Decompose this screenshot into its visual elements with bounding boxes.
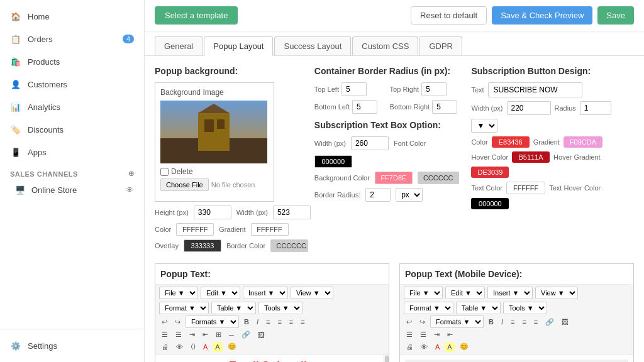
eye-icon[interactable]: 👁 [126,185,134,195]
highlight-btn[interactable]: A [213,342,222,352]
edit-menu[interactable]: Edit ▼ [201,287,240,299]
undo-button[interactable]: ↩ [159,317,170,327]
sbd-radius-input[interactable] [580,101,611,115]
redo-button[interactable]: ↪ [172,317,183,327]
height-input[interactable] [194,206,231,219]
select-template-button[interactable]: Select a template [155,6,238,25]
m-emoji-btn[interactable]: 😊 [457,341,471,352]
print-button[interactable]: 🖨 [159,342,171,352]
emoji-btn[interactable]: 😊 [225,341,239,352]
m-image-button[interactable]: 🖼 [559,317,571,327]
top-reset-button[interactable]: Reset to default [411,6,487,25]
color-swatch[interactable]: FFFFFF [176,223,214,236]
gradient-swatch[interactable]: FFFFFF [251,223,289,236]
tab-gdpr[interactable]: GDPR [419,36,462,55]
sbd-text-color-swatch[interactable]: FFFFFF [506,182,545,194]
sbd-color-swatch[interactable]: E83436 [492,136,530,148]
border-color-swatch[interactable]: CCCCCC [270,239,308,252]
tab-custom-css[interactable]: Custom CSS [352,36,418,55]
sbd-hover-gradient-swatch[interactable]: DE3039 [471,167,509,178]
sbd-text-input[interactable] [488,82,582,97]
format-menu[interactable]: Format ▼ [159,302,209,314]
sbd-gradient-swatch[interactable]: F09CDA [564,136,602,148]
sidebar-item-discounts[interactable]: 🏷️ Discounts [0,118,144,141]
sidebar-item-settings[interactable]: ⚙️ Settings [0,334,144,357]
table-insert-button[interactable]: ⊞ [213,329,224,340]
sidebar-item-apps[interactable]: 📱 Apps [0,141,144,163]
bottom-right-input[interactable] [432,100,457,114]
top-right-input[interactable] [421,82,447,96]
pr-color-swatch[interactable]: CCCCCC [418,172,459,184]
image-button[interactable]: 🖼 [255,330,267,340]
m-preview-button[interactable]: 👁 [418,342,430,352]
m-link-button[interactable]: 🔗 [543,317,557,327]
tools-menu[interactable]: Tools ▼ [258,302,303,314]
m-formats-select[interactable]: Formats ▼ [430,315,484,328]
m-format-menu[interactable]: Format ▼ [404,302,453,314]
m-ul-button[interactable]: ☰ [404,329,415,340]
sidebar-item-products[interactable]: 🛍️ Products [0,50,144,73]
font-color-swatch[interactable]: 000000 [314,155,352,168]
choose-file-button[interactable]: Choose File [160,178,209,191]
m-highlight-btn[interactable]: A [445,342,454,352]
sbd-radius-select[interactable]: ▼ [471,119,497,133]
sidebar-item-customers[interactable]: 👤 Customers [0,73,144,96]
align-right-button[interactable]: ≡ [287,317,296,327]
stbo-width-input[interactable] [351,136,389,150]
m-print-button[interactable]: 🖨 [404,342,416,352]
top-save-button[interactable]: Save [597,6,634,25]
bold-button[interactable]: B [242,317,252,327]
sbd-text-hover-color-swatch[interactable]: 000000 [471,198,509,209]
m-tools-menu[interactable]: Tools ▼ [503,302,547,314]
ol-button[interactable]: ☰ [173,329,184,340]
width-input[interactable] [273,206,311,219]
italic-button[interactable]: I [254,317,261,327]
sidebar-item-home[interactable]: 🏠 Home [0,5,144,28]
m-font-color-btn[interactable]: A [433,342,442,352]
editor-scrollbar[interactable] [384,354,389,362]
ul-button[interactable]: ☰ [159,329,170,340]
outdent-button[interactable]: ⇤ [200,329,211,340]
indent-button[interactable]: ⇥ [187,329,197,340]
hr-button[interactable]: ─ [226,330,236,340]
sidebar-item-analytics[interactable]: 📊 Analytics [0,96,144,118]
top-left-input[interactable] [341,82,367,96]
bottom-left-input[interactable] [352,100,377,114]
overlay-swatch[interactable]: 333333 [184,239,221,252]
bg-color-swatch[interactable]: FF7D8E [375,172,413,184]
tab-popup-layout[interactable]: Popup Layout [204,36,273,56]
top-save-check-button[interactable]: Save & Check Preview [492,6,592,25]
link-button[interactable]: 🔗 [239,329,253,340]
formats-select[interactable]: Formats ▼ [186,315,239,328]
m-align-center-button[interactable]: ≡ [519,317,528,327]
m-italic-button[interactable]: I [499,317,506,327]
table-menu[interactable]: Table ▼ [211,302,256,314]
sbd-hover-color-swatch[interactable]: B5111A [512,151,550,163]
m-outdent-button[interactable]: ⇤ [445,329,455,340]
code-button[interactable]: ⟨⟩ [188,341,198,352]
m-indent-button[interactable]: ⇥ [431,329,442,340]
sidebar-item-orders[interactable]: 📋 Orders 4 [0,28,144,50]
sidebar-item-online-store[interactable]: 🖥️ Online Store 👁 [0,180,144,200]
border-radius-input[interactable] [365,188,391,202]
m-table-menu[interactable]: Table ▼ [456,302,501,314]
align-left-button[interactable]: ≡ [264,317,272,327]
preview-button[interactable]: 👁 [174,342,186,352]
file-menu[interactable]: File ▼ [159,287,198,299]
m-undo-button[interactable]: ↩ [404,317,414,327]
tab-success-layout[interactable]: Success Layout [274,36,351,55]
insert-menu[interactable]: Insert ▼ [243,287,288,299]
m-file-menu[interactable]: File ▼ [404,287,443,299]
view-menu[interactable]: View ▼ [291,287,333,299]
tab-general[interactable]: General [155,36,203,55]
m-align-right-button[interactable]: ≡ [531,317,540,327]
sbd-width-input[interactable] [507,101,551,115]
font-color-btn[interactable]: A [201,342,210,352]
m-redo-button[interactable]: ↪ [417,317,428,327]
m-edit-menu[interactable]: Edit ▼ [445,287,485,299]
border-radius-select[interactable]: px % [396,188,423,202]
align-justify-button[interactable]: ≡ [298,317,307,327]
m-ol-button[interactable]: ☰ [418,329,429,340]
m-view-menu[interactable]: View ▼ [535,287,578,299]
delete-checkbox[interactable] [160,168,169,176]
